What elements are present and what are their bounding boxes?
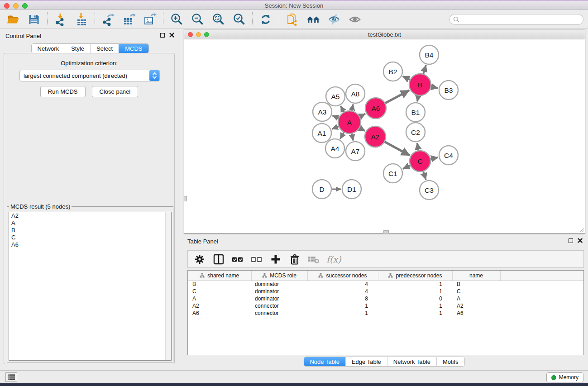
tab-style[interactable]: Style [65, 44, 90, 53]
graph-edge-A6-B[interactable] [384, 91, 409, 104]
apply-layout-button[interactable] [257, 12, 274, 27]
graph-edge-A2-C[interactable] [384, 142, 410, 156]
graph-edge-A-A3[interactable] [332, 116, 339, 119]
graph-node-C[interactable]: C [410, 151, 430, 172]
table-settings-button[interactable] [193, 253, 206, 266]
select-all-button[interactable] [231, 253, 244, 266]
result-list-item[interactable]: A6 [9, 241, 171, 248]
export-network-button[interactable] [100, 12, 117, 27]
graph-node-A[interactable]: A [338, 111, 361, 133]
tab-motifs[interactable]: Motifs [436, 357, 464, 366]
result-list-item[interactable]: B [9, 227, 171, 234]
graph-node-B1[interactable]: B1 [406, 103, 425, 122]
table-cell[interactable]: 4 [307, 288, 378, 295]
table-cell[interactable]: A6 [188, 310, 251, 317]
graph-node-B2[interactable]: B2 [383, 62, 402, 81]
table-cell[interactable]: 1 [378, 310, 452, 317]
graph-edge-C-C1[interactable] [403, 165, 411, 169]
graph-node-B[interactable]: B [409, 74, 431, 95]
graph-node-A6[interactable]: A6 [365, 98, 386, 119]
result-list-scrollbar[interactable] [165, 212, 171, 360]
graph-node-A4[interactable]: A4 [325, 139, 344, 158]
graph-node-A7[interactable]: A7 [346, 142, 365, 161]
graph-edge-C-C2[interactable] [417, 143, 419, 152]
task-history-button[interactable] [5, 372, 17, 382]
graph-edge-C-C4[interactable] [430, 157, 438, 159]
splitter-grip-left[interactable] [184, 196, 187, 201]
table-cell[interactable]: 1 [378, 288, 452, 295]
column-header-mcds-role[interactable]: MCDS role [251, 271, 307, 281]
graph-edge-A-A2[interactable] [359, 128, 365, 131]
result-list-item[interactable]: A2 [9, 212, 171, 219]
import-table-button[interactable] [73, 12, 90, 27]
graph-node-C1[interactable]: C1 [383, 164, 402, 183]
search-input[interactable] [449, 14, 583, 25]
graph-edge-A-A8[interactable] [352, 105, 353, 112]
delete-column-button[interactable] [288, 253, 301, 266]
graph-edge-B-B4[interactable] [423, 65, 426, 75]
float-panel-icon[interactable] [160, 33, 165, 38]
graph-edge-A-A7[interactable] [352, 133, 353, 141]
float-table-panel-icon[interactable] [569, 238, 573, 243]
column-header-successor-nodes[interactable]: successor nodes [307, 271, 378, 281]
table-cell[interactable]: dominator [251, 281, 307, 288]
column-header-predecessor-nodes[interactable]: predecessor nodes [378, 271, 452, 281]
table-row[interactable]: A2connector11A2 [188, 302, 583, 310]
graph-edge-B-B3[interactable] [430, 86, 438, 88]
table-cell[interactable]: A [452, 295, 500, 302]
table-cell[interactable]: A2 [452, 302, 500, 310]
graph-node-B4[interactable]: B4 [420, 45, 439, 64]
graph-edge-C-C3[interactable] [423, 171, 426, 180]
table-cell[interactable]: 4 [307, 281, 378, 288]
zoom-in-button[interactable] [168, 12, 185, 27]
result-list-item[interactable]: A [9, 219, 171, 227]
graph-edge-A-A5[interactable] [340, 106, 344, 113]
column-header-shared-name[interactable]: shared name [188, 271, 251, 281]
show-columns-button[interactable] [212, 253, 225, 266]
graph-edge-A-A1[interactable] [332, 126, 339, 129]
save-session-button[interactable] [25, 12, 43, 27]
tab-edge-table[interactable]: Edge Table [345, 357, 387, 366]
close-panel-icon[interactable] [169, 33, 174, 38]
graph-node-A3[interactable]: A3 [313, 102, 332, 121]
table-cell[interactable]: 8 [307, 295, 378, 302]
run-mcds-button[interactable]: Run MCDS [40, 86, 86, 97]
table-cell[interactable]: 1 [307, 310, 378, 317]
table-cell[interactable]: 0 [378, 295, 452, 302]
deselect-all-button[interactable] [250, 253, 263, 266]
export-table-button[interactable] [120, 12, 138, 27]
graph-edge-A-A6[interactable] [359, 114, 365, 117]
network-canvas[interactable]: A5A8A3A1A4A7A6AA2B2B4BB3B1C2CC4C1C3DD1 [184, 39, 585, 233]
table-row[interactable]: Adominator80A [188, 295, 583, 302]
function-builder-label[interactable]: f(x) [326, 254, 341, 264]
table-cell[interactable]: 1 [378, 281, 452, 288]
zoom-out-button[interactable] [189, 12, 206, 27]
import-network-button[interactable] [52, 12, 69, 27]
network-from-selection-button[interactable] [284, 12, 301, 27]
tab-node-table[interactable]: Node Table [304, 357, 345, 366]
tab-network[interactable]: Network [31, 44, 65, 53]
tab-mcds[interactable]: MCDS [119, 44, 148, 53]
graph-edge-B-B2[interactable] [403, 76, 411, 80]
graph-node-A1[interactable]: A1 [312, 124, 331, 143]
table-row[interactable]: Bdominator41B [188, 281, 583, 288]
table-cell[interactable]: A6 [452, 310, 500, 317]
table-cell[interactable]: B [452, 281, 500, 288]
table-cell[interactable]: connector [251, 302, 307, 310]
hide-selected-button[interactable] [325, 12, 343, 27]
tab-select[interactable]: Select [90, 44, 119, 53]
graph-edge-A-A4[interactable] [340, 132, 344, 139]
open-session-button[interactable] [5, 12, 22, 27]
resize-grip-icon[interactable] [579, 227, 584, 233]
close-table-panel-icon[interactable] [578, 238, 583, 243]
table-cell[interactable]: dominator [251, 288, 307, 295]
graph-node-C3[interactable]: C3 [420, 181, 439, 200]
zoom-selected-button[interactable] [230, 12, 248, 27]
table-row[interactable]: A6connector11A6 [188, 310, 583, 317]
table-cell[interactable]: 1 [378, 302, 452, 310]
tab-network-table[interactable]: Network Table [387, 357, 436, 366]
show-hidden-button[interactable] [346, 12, 363, 27]
table-cell[interactable]: A2 [188, 302, 251, 310]
table-cell[interactable]: 1 [307, 302, 378, 310]
memory-button[interactable]: Memory [546, 372, 583, 382]
